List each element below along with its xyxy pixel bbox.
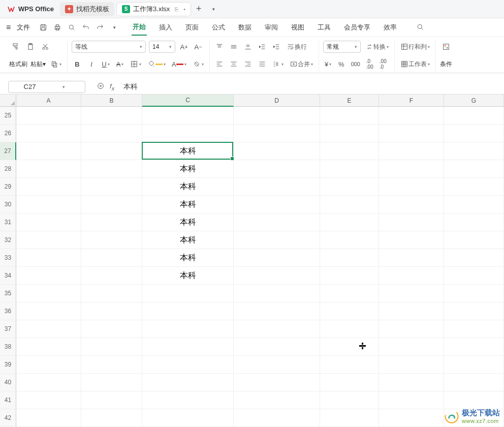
tab-formula[interactable]: 公式 xyxy=(211,20,226,35)
row-header-40[interactable]: 40 xyxy=(0,374,16,391)
paste-label[interactable]: 粘贴▾ xyxy=(30,60,46,69)
cell-C34[interactable]: 本科 xyxy=(142,267,234,285)
percent-button[interactable]: % xyxy=(336,57,346,71)
cell-A33[interactable] xyxy=(16,249,81,267)
cell-A27[interactable] xyxy=(16,142,81,160)
cell-D39[interactable] xyxy=(234,356,320,374)
cell-B33[interactable] xyxy=(81,249,142,267)
tab-list-button[interactable]: ▾ xyxy=(207,3,219,15)
cell-A40[interactable] xyxy=(16,374,81,391)
cell-B32[interactable] xyxy=(81,231,142,249)
cell-B40[interactable] xyxy=(81,374,142,391)
cell-F33[interactable] xyxy=(379,249,444,267)
cell-C37[interactable] xyxy=(142,320,234,338)
cell-A32[interactable] xyxy=(16,231,81,249)
cell-E37[interactable] xyxy=(320,320,379,338)
cell-G39[interactable] xyxy=(444,356,504,374)
cell-E34[interactable] xyxy=(320,267,379,285)
copy-button[interactable]: ▾ xyxy=(49,57,63,71)
cell-B35[interactable] xyxy=(81,285,142,302)
column-header-G[interactable]: G xyxy=(444,95,504,107)
column-header-F[interactable]: F xyxy=(379,95,444,107)
tab-tools[interactable]: 工具 xyxy=(317,20,332,35)
align-left-button[interactable] xyxy=(214,57,225,71)
cell-A28[interactable] xyxy=(16,160,81,178)
cell-C32[interactable]: 本科 xyxy=(142,231,234,249)
format-painter-button[interactable] xyxy=(9,42,21,52)
file-menu[interactable]: 文件 xyxy=(15,22,32,33)
justify-button[interactable] xyxy=(257,57,268,71)
cell-D34[interactable] xyxy=(234,267,320,285)
cell-F30[interactable] xyxy=(379,196,444,214)
align-top-button[interactable] xyxy=(214,40,225,53)
tab-efficiency[interactable]: 效率 xyxy=(383,20,398,35)
cell-B29[interactable] xyxy=(81,178,142,196)
cell-D27[interactable] xyxy=(234,142,320,160)
cell-A25[interactable] xyxy=(16,107,81,125)
cell-D38[interactable] xyxy=(234,338,320,356)
cell-E28[interactable] xyxy=(320,160,379,178)
cell-A30[interactable] xyxy=(16,196,81,214)
cell-F36[interactable] xyxy=(379,302,444,320)
cell-B41[interactable] xyxy=(81,391,142,409)
row-header-39[interactable]: 39 xyxy=(0,356,16,374)
save-button[interactable] xyxy=(37,21,49,34)
cell-C26[interactable] xyxy=(142,125,234,142)
row-header-36[interactable]: 36 xyxy=(0,302,16,320)
number-format-select[interactable]: 常规▾ xyxy=(323,41,361,53)
tab-data[interactable]: 数据 xyxy=(237,20,253,35)
cell-F27[interactable] xyxy=(379,142,444,160)
cell-F31[interactable] xyxy=(379,214,444,231)
row-header-26[interactable]: 26 xyxy=(0,125,16,142)
cell-E40[interactable] xyxy=(320,374,379,391)
cell-A31[interactable] xyxy=(16,214,81,231)
cell-C33[interactable]: 本科 xyxy=(142,249,234,267)
cell-B38[interactable] xyxy=(81,338,142,356)
new-tab-button[interactable]: + xyxy=(193,4,204,14)
cell-C27[interactable]: 本科 xyxy=(142,142,234,160)
cell-D25[interactable] xyxy=(234,107,320,125)
cell-F42[interactable] xyxy=(379,409,444,427)
align-center-button[interactable] xyxy=(228,57,239,71)
row-header-35[interactable]: 35 xyxy=(0,285,16,302)
paste-button[interactable] xyxy=(24,42,37,52)
cell-D30[interactable] xyxy=(234,196,320,214)
currency-button[interactable]: ¥▾ xyxy=(323,57,333,71)
cell-B26[interactable] xyxy=(81,125,142,142)
rows-cols-button[interactable]: 行和列▾ xyxy=(399,40,431,53)
cell-D37[interactable] xyxy=(234,320,320,338)
column-header-D[interactable]: D xyxy=(234,95,320,107)
cell-A37[interactable] xyxy=(16,320,81,338)
cell-B36[interactable] xyxy=(81,302,142,320)
cell-G28[interactable] xyxy=(444,160,504,178)
cell-E33[interactable] xyxy=(320,249,379,267)
comma-button[interactable]: 000 xyxy=(350,57,362,71)
cell-D32[interactable] xyxy=(234,231,320,249)
cell-F32[interactable] xyxy=(379,231,444,249)
print-button[interactable] xyxy=(51,21,64,34)
cell-B28[interactable] xyxy=(81,160,142,178)
increase-decimal-button[interactable]: .0.00 xyxy=(365,57,375,71)
cell-C30[interactable]: 本科 xyxy=(142,196,234,214)
cell-E25[interactable] xyxy=(320,107,379,125)
tab-menu-icon[interactable]: • xyxy=(183,6,185,12)
cell-C42[interactable] xyxy=(142,409,234,427)
cell-D42[interactable] xyxy=(234,409,320,427)
row-header-28[interactable]: 28 xyxy=(0,160,16,178)
cell-F29[interactable] xyxy=(379,178,444,196)
row-header-34[interactable]: 34 xyxy=(0,267,16,285)
cell-D40[interactable] xyxy=(234,374,320,391)
tab-review[interactable]: 审阅 xyxy=(264,20,279,35)
hamburger-icon[interactable]: ≡ xyxy=(6,23,11,32)
tab-page[interactable]: 页面 xyxy=(184,20,200,35)
worksheet-button[interactable]: 工作表▾ xyxy=(399,57,431,71)
cell-D28[interactable] xyxy=(234,160,320,178)
align-bottom-button[interactable] xyxy=(242,40,254,53)
cell-F38[interactable] xyxy=(379,338,444,356)
cell-D36[interactable] xyxy=(234,302,320,320)
cell-G32[interactable] xyxy=(444,231,504,249)
row-header-37[interactable]: 37 xyxy=(0,320,16,338)
cell-E29[interactable] xyxy=(320,178,379,196)
cell-C38[interactable] xyxy=(142,338,234,356)
cell-E42[interactable] xyxy=(320,409,379,427)
